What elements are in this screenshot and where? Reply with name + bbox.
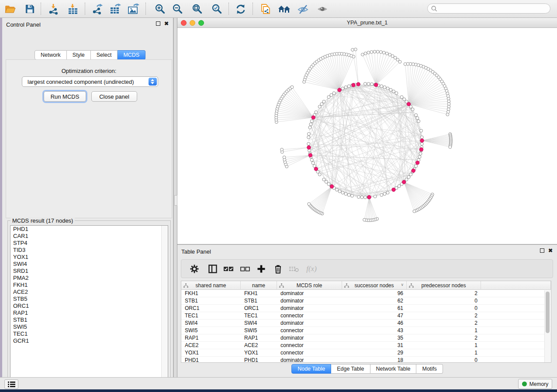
cell-predecessor-nodes[interactable]: 2 xyxy=(407,312,481,319)
copy-network-icon[interactable] xyxy=(258,3,273,15)
cell-predecessor-nodes[interactable]: 2 xyxy=(407,290,481,297)
mcds-result-item[interactable]: TID3 xyxy=(10,247,168,254)
mcds-hub-node[interactable] xyxy=(356,83,360,86)
sort-chevron-icon[interactable]: ∨ xyxy=(401,282,404,287)
task-history-button[interactable] xyxy=(4,379,18,389)
import-table-icon[interactable] xyxy=(65,3,81,15)
cell-name[interactable]: FKH1 xyxy=(241,290,277,297)
deselect-all-icon[interactable] xyxy=(239,263,252,275)
mcds-result-item[interactable]: STB5 xyxy=(10,296,168,303)
table-scrollbar[interactable] xyxy=(544,290,550,362)
mcds-hub-node[interactable] xyxy=(314,167,318,171)
cell-shared-name[interactable]: FKH1 xyxy=(181,290,241,297)
open-file-icon[interactable] xyxy=(2,3,18,15)
table-row[interactable]: YOX1YOX1connector291 xyxy=(181,349,551,357)
mcds-hub-node[interactable] xyxy=(374,83,378,87)
mcds-hub-node[interactable] xyxy=(392,188,396,192)
cell-name[interactable]: YOX1 xyxy=(241,349,277,356)
column-header-mcds-role[interactable]: MCDS role xyxy=(277,281,342,290)
cell-name[interactable]: PHD1 xyxy=(241,357,277,363)
scrollbar-thumb[interactable] xyxy=(546,292,550,333)
cell-successor-nodes[interactable]: 43 xyxy=(342,327,407,334)
mcds-hub-node[interactable] xyxy=(415,161,419,165)
network-graph[interactable] xyxy=(177,28,557,244)
mcds-result-item[interactable]: STB1 xyxy=(10,316,168,323)
tab-node-table[interactable]: Node Table xyxy=(291,364,331,374)
mcds-result-item[interactable]: ORC1 xyxy=(10,303,168,309)
cell-shared-name[interactable]: PHD1 xyxy=(181,357,241,363)
mcds-hub-node[interactable] xyxy=(338,88,342,92)
tab-style[interactable]: Style xyxy=(67,50,91,60)
cell-mcds-role[interactable]: dominator xyxy=(277,290,342,297)
cell-predecessor-nodes[interactable]: 0 xyxy=(407,297,481,304)
cell-successor-nodes[interactable]: 31 xyxy=(342,342,407,349)
mcds-hub-node[interactable] xyxy=(419,148,423,151)
cell-shared-name[interactable]: YOX1 xyxy=(181,349,241,356)
cell-mcds-role[interactable]: dominator xyxy=(277,357,342,363)
mcds-hub-node[interactable] xyxy=(307,146,311,150)
memory-button[interactable]: Memory xyxy=(518,379,552,389)
cell-name[interactable]: ORC1 xyxy=(241,305,277,312)
mcds-result-item[interactable]: SRD1 xyxy=(10,268,168,275)
cell-shared-name[interactable]: RAP1 xyxy=(181,334,241,341)
tab-mcds[interactable]: MCDS xyxy=(118,50,145,60)
delete-column-icon[interactable] xyxy=(271,263,284,275)
cell-successor-nodes[interactable]: 35 xyxy=(342,334,407,341)
cell-shared-name[interactable]: STB1 xyxy=(181,297,241,304)
search-input[interactable] xyxy=(439,4,548,14)
table-row[interactable]: FKH1FKH1dominator962 xyxy=(181,290,551,297)
mcds-hub-node[interactable] xyxy=(420,139,424,143)
mcds-hub-node[interactable] xyxy=(407,102,411,106)
cell-mcds-role[interactable]: connector xyxy=(277,327,342,334)
column-header-name[interactable]: name xyxy=(241,281,277,290)
cell-shared-name[interactable]: SWI5 xyxy=(181,327,241,334)
cell-name[interactable]: ACE2 xyxy=(241,342,277,349)
table-row[interactable]: PHD1PHD1dominator180 xyxy=(181,357,551,363)
close-panel-button[interactable]: Close panel xyxy=(91,91,137,102)
close-panel-icon[interactable]: ✖ xyxy=(164,21,169,26)
table-row[interactable]: RAP1RAP1dominator352 xyxy=(181,334,551,342)
mcds-result-item[interactable]: YOX1 xyxy=(10,254,168,261)
cell-predecessor-nodes[interactable]: 1 xyxy=(407,349,481,356)
float-panel-icon[interactable] xyxy=(156,21,160,26)
mcds-hub-node[interactable] xyxy=(352,83,356,87)
mcds-hub-node[interactable] xyxy=(402,180,406,184)
mcds-result-item[interactable]: RAP1 xyxy=(10,309,168,316)
close-panel-icon[interactable]: ✖ xyxy=(548,248,553,253)
cell-successor-nodes[interactable]: 61 xyxy=(342,305,407,312)
mcds-result-list[interactable]: PHD1CAR1STP4TID3YOX1SWI4SRD1PMA2FKH1ACE2… xyxy=(10,225,168,381)
cell-successor-nodes[interactable]: 46 xyxy=(342,320,407,327)
node-table[interactable]: shared namenameMCDS rolesuccessor nodes∨… xyxy=(181,281,551,363)
table-row[interactable]: ACE2ACE2connector311 xyxy=(181,342,551,349)
zoom-selected-icon[interactable] xyxy=(209,3,225,15)
splitter-handle-icon[interactable] xyxy=(174,195,177,206)
cell-successor-nodes[interactable]: 47 xyxy=(342,312,407,319)
mcds-list-scrollbar[interactable] xyxy=(161,226,168,380)
mcds-result-item[interactable]: CAR1 xyxy=(10,233,168,240)
save-session-icon[interactable] xyxy=(22,3,38,15)
mcds-result-item[interactable]: STP4 xyxy=(10,240,168,247)
tab-edge-table[interactable]: Edge Table xyxy=(331,364,370,374)
column-header-successor-nodes[interactable]: successor nodes∨ xyxy=(342,281,407,290)
mcds-result-item[interactable]: SWI5 xyxy=(10,323,168,330)
cell-shared-name[interactable]: ORC1 xyxy=(181,305,241,312)
cell-name[interactable]: STB1 xyxy=(241,297,277,304)
cell-name[interactable]: SWI5 xyxy=(241,327,277,334)
table-row[interactable]: SWI5SWI5connector431 xyxy=(181,327,551,334)
mcds-hub-node[interactable] xyxy=(367,195,371,199)
tab-select[interactable]: Select xyxy=(91,50,118,60)
cell-mcds-role[interactable]: dominator xyxy=(277,305,342,312)
export-network-icon[interactable] xyxy=(90,3,105,15)
zoom-fit-icon[interactable] xyxy=(189,3,205,15)
select-all-icon[interactable] xyxy=(222,263,235,275)
mcds-result-item[interactable]: ACE2 xyxy=(10,289,168,296)
show-column-panel-icon[interactable] xyxy=(206,263,219,275)
cell-predecessor-nodes[interactable]: 0 xyxy=(407,357,481,363)
column-header-shared-name[interactable]: shared name xyxy=(181,281,241,290)
cell-name[interactable]: RAP1 xyxy=(241,334,277,341)
cell-shared-name[interactable]: SWI4 xyxy=(181,320,241,327)
column-header-predecessor-nodes[interactable]: predecessor nodes xyxy=(407,281,481,290)
cell-predecessor-nodes[interactable]: 2 xyxy=(407,334,481,341)
cell-successor-nodes[interactable]: 18 xyxy=(342,357,407,363)
optimization-criterion-select[interactable]: largest connected component (undirected) xyxy=(22,76,158,87)
